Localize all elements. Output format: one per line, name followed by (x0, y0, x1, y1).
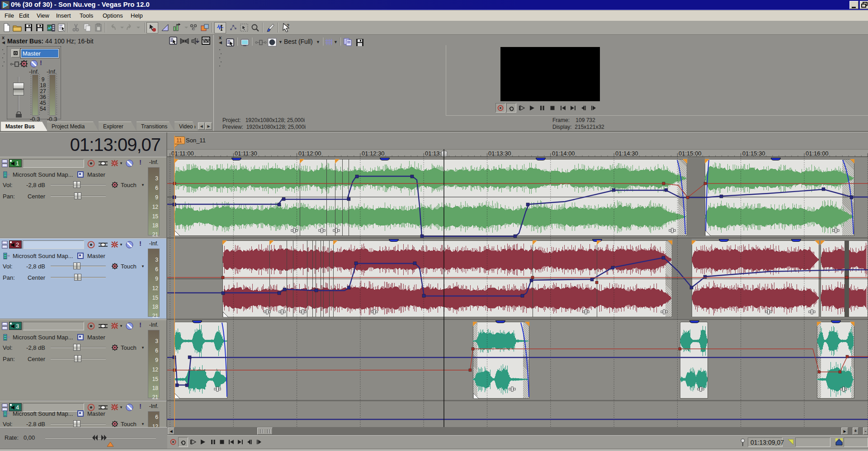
svg-text:?: ? (38, 24, 41, 28)
svg-text:?: ? (287, 23, 289, 28)
